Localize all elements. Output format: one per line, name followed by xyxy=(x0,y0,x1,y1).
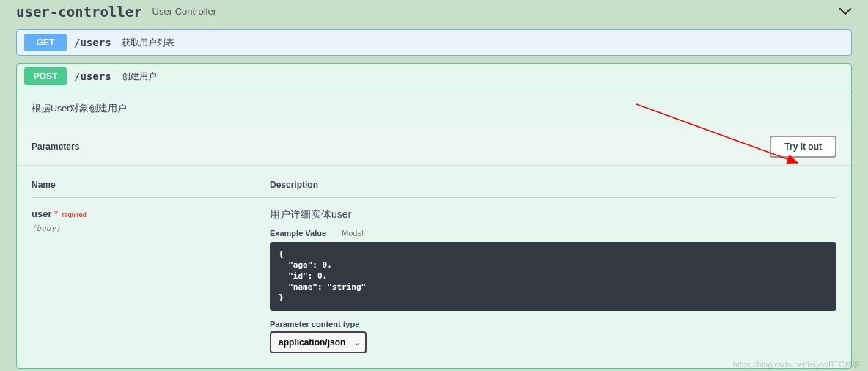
chevron-down-icon[interactable] xyxy=(839,3,852,20)
parameter-description: 用户详细实体user xyxy=(270,208,836,221)
tab-model[interactable]: Model xyxy=(342,229,364,238)
content-type-label: Parameter content type xyxy=(270,320,836,328)
tag-name: user-controller xyxy=(16,4,142,20)
content-type-select[interactable]: application/json xyxy=(270,331,367,353)
watermark-text: https://blog.csdn.net/feiyst/BTC博客 xyxy=(733,359,861,370)
tab-example-value[interactable]: Example Value xyxy=(270,229,326,238)
operation-summary-row[interactable]: POST /users 创建用户 xyxy=(17,64,851,89)
required-star-icon: * xyxy=(54,208,58,219)
try-it-out-button[interactable]: Try it out xyxy=(770,136,836,158)
tab-separator: | xyxy=(333,229,335,238)
operation-path: /users xyxy=(74,37,111,48)
parameters-table: Name Description user * required (body) xyxy=(17,165,851,368)
column-header-name: Name xyxy=(32,172,270,198)
tag-header[interactable]: user-controller User Controller xyxy=(0,0,868,23)
example-value-code[interactable]: { "age": 0, "id": 0, "name": "string" } xyxy=(270,242,836,311)
operation-summary: 获取用户列表 xyxy=(122,37,174,49)
column-header-description: Description xyxy=(270,172,836,198)
tag-description: User Controller xyxy=(152,6,216,17)
parameter-in: (body) xyxy=(32,224,270,233)
parameters-header: Parameters Try it out xyxy=(17,128,851,165)
operation-get-users[interactable]: GET /users 获取用户列表 xyxy=(16,29,852,56)
operation-post-users: POST /users 创建用户 根据User对象创建用户 Parameters… xyxy=(16,63,852,369)
parameter-row: user * required (body) 用户详细实体user Exampl… xyxy=(32,208,836,353)
parameter-name: user xyxy=(32,208,51,219)
method-badge-post: POST xyxy=(24,67,67,85)
operation-description: 根据User对象创建用户 xyxy=(17,89,851,128)
operation-summary: 创建用户 xyxy=(122,70,157,83)
method-badge-get: GET xyxy=(24,34,67,51)
required-label: required xyxy=(61,211,87,218)
parameters-title: Parameters xyxy=(32,142,79,152)
operation-path: /users xyxy=(74,70,111,82)
